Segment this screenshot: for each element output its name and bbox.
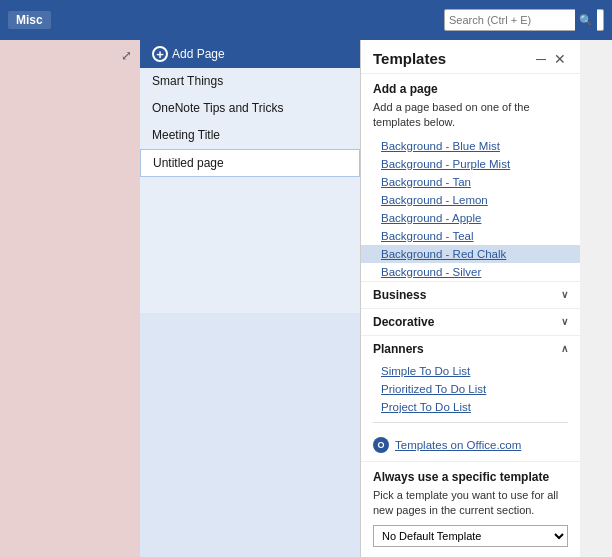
note-canvas (140, 313, 360, 558)
templates-close-buttons: ─ ✕ (534, 51, 568, 67)
chevron-business-icon: ∨ (561, 289, 568, 300)
office-link-text[interactable]: Templates on Office.com (395, 439, 521, 451)
add-page-label: Add Page (172, 47, 225, 61)
template-item-priority-todo[interactable]: Prioritized To Do List (361, 380, 580, 398)
left-panel: ⤢ (0, 40, 140, 557)
category-decorative[interactable]: Decorative ∨ (361, 308, 580, 335)
page-list: Smart Things OneNote Tips and Tricks Mee… (140, 68, 360, 313)
pin-button[interactable]: ─ (534, 51, 548, 67)
toolbar: Misc 🔍 (0, 0, 612, 40)
office-icon: O (373, 437, 389, 453)
template-dropdown-row: No Default Template (373, 525, 568, 547)
main-area: ⤢ + Add Page Smart Things OneNote Tips a… (0, 40, 612, 557)
add-page-description: Add a page based on one of the templates… (361, 100, 580, 137)
template-item-project-todo[interactable]: Project To Do List (361, 398, 580, 416)
search-input[interactable] (445, 14, 575, 26)
category-business-label: Business (373, 288, 426, 302)
chevron-decorative-icon: ∨ (561, 316, 568, 327)
list-item[interactable]: Smart Things (140, 68, 360, 95)
template-item-simple-todo[interactable]: Simple To Do List (361, 362, 580, 380)
expand-icon[interactable]: ⤢ (121, 48, 132, 63)
templates-title: Templates (373, 50, 446, 67)
list-item[interactable]: OneNote Tips and Tricks (140, 95, 360, 122)
template-select[interactable]: No Default Template (373, 525, 568, 547)
template-item-bg-silver[interactable]: Background - Silver (361, 263, 580, 281)
templates-header: Templates ─ ✕ (361, 40, 580, 74)
templates-body: Add a page Add a page based on one of th… (361, 74, 580, 557)
add-page-button[interactable]: + Add Page (140, 40, 360, 68)
templates-panel: Templates ─ ✕ Add a page Add a page base… (360, 40, 580, 557)
always-heading: Always use a specific template (373, 470, 568, 484)
always-section: Always use a specific template Pick a te… (361, 461, 580, 557)
add-page-heading: Add a page (361, 74, 580, 100)
category-planners-label: Planners (373, 342, 424, 356)
template-item-bg-apple[interactable]: Background - Apple (361, 209, 580, 227)
search-box: 🔍 (444, 9, 604, 31)
list-item[interactable]: Meeting Title (140, 122, 360, 149)
close-button[interactable]: ✕ (552, 51, 568, 67)
template-item-bg-teal[interactable]: Background - Teal (361, 227, 580, 245)
template-item-bg-purple[interactable]: Background - Purple Mist (361, 155, 580, 173)
category-decorative-label: Decorative (373, 315, 434, 329)
category-planners[interactable]: Planners ∧ (361, 335, 580, 362)
office-link-row[interactable]: O Templates on Office.com (361, 429, 580, 461)
middle-panel: + Add Page Smart Things OneNote Tips and… (140, 40, 360, 557)
template-item-bg-blue[interactable]: Background - Blue Mist (361, 137, 580, 155)
template-item-bg-red[interactable]: Background - Red Chalk (361, 245, 580, 263)
always-description: Pick a template you want to use for all … (373, 488, 568, 519)
list-item[interactable]: Untitled page (140, 149, 360, 177)
misc-button[interactable]: Misc (8, 11, 51, 29)
category-business[interactable]: Business ∨ (361, 281, 580, 308)
chevron-planners-icon: ∧ (561, 343, 568, 354)
search-button[interactable]: 🔍 (575, 9, 597, 31)
template-item-bg-lemon[interactable]: Background - Lemon (361, 191, 580, 209)
divider (373, 422, 568, 423)
template-item-bg-tan[interactable]: Background - Tan (361, 173, 580, 191)
plus-circle-icon: + (152, 46, 168, 62)
